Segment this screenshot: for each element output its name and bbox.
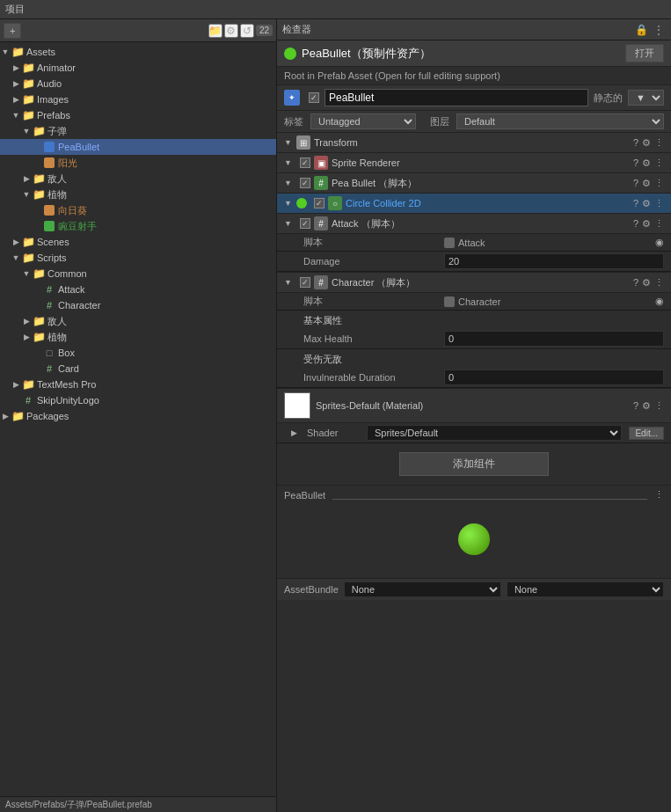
tree-item-skipunitylogo[interactable]: # SkipUnityLogo [0,392,276,408]
ab-dropdown-1[interactable]: None [344,582,501,597]
more-icon[interactable]: ⋮ [654,400,664,412]
more-icon[interactable]: ⋮ [654,157,664,169]
tree-item-zhiwu[interactable]: ▼ 📁 植物 [0,187,276,202]
inv-duration-field[interactable] [444,369,664,385]
comp-name: Transform [314,137,630,148]
more-icon[interactable]: ⋮ [654,137,664,149]
comp-checkbox[interactable] [300,157,310,168]
comp-checkbox[interactable] [300,218,310,229]
component-character[interactable]: ▼ # Character （脚本） ? ⚙ ⋮ [277,273,671,293]
tree-item-wandoushou[interactable]: 豌豆射手 [0,218,276,234]
tree-item-direns[interactable]: ▶ 📁 敌人 [0,171,276,187]
tree-item-prefabs[interactable]: ▼ 📁 Prefabs [0,107,276,123]
max-health-field[interactable] [444,331,664,347]
tree-item-audio[interactable]: ▶ 📁 Audio [0,76,276,91]
help-icon[interactable]: ? [633,400,638,412]
comp-arrow: ▶ [291,428,300,437]
settings-icon[interactable]: ⚙ [642,277,651,289]
folder-icon: 📁 [32,124,46,138]
script-icon: # [42,298,56,312]
lock-icon[interactable]: 🔒 [634,23,648,37]
more-icon[interactable]: ⋮ [654,218,664,230]
tree-label: SkipUnityLogo [37,395,99,406]
folder-icon[interactable]: 📁 [208,24,222,38]
active-checkbox[interactable] [309,92,319,103]
tree-arrow: ▶ [21,174,32,183]
component-transform[interactable]: ▼ ⊞ Transform ? ⚙ ⋮ [277,133,671,153]
tree-item-zidan[interactable]: ▼ 📁 子弹 [0,123,276,139]
select-ref-button[interactable]: ◉ [655,237,664,248]
shader-dropdown[interactable]: Sprites/Default [367,425,622,441]
tree-item-common[interactable]: ▼ 📁 Common [0,266,276,282]
tree-item-xiangrikui[interactable]: 向日葵 [0,202,276,218]
tree-item-animator[interactable]: ▶ 📁 Animator [0,60,276,76]
settings-icon[interactable]: ⚙ [642,137,651,149]
tree-item-yangguang[interactable]: 阳光 [0,155,276,171]
component-attack[interactable]: ▼ # Attack （脚本） ? ⚙ ⋮ [277,214,671,234]
component-sprite-renderer[interactable]: ▼ ▣ Sprite Renderer ? ⚙ ⋮ [277,153,671,173]
go-name-row: ✦ 静态的 ▼ [277,85,671,111]
more-icon[interactable]: ⋮ [652,23,666,37]
help-icon[interactable]: ? [633,157,638,168]
add-component-button[interactable]: 添加组件 [399,452,549,476]
comp-checkbox[interactable] [314,198,325,208]
asset-bundle-row: AssetBundle None None [277,578,671,600]
help-icon[interactable]: ? [633,178,638,188]
more-icon[interactable]: ⋮ [654,277,664,289]
comp-name: Character （脚本） [332,276,630,289]
add-component-section: 添加组件 [277,443,671,485]
help-icon[interactable]: ? [633,198,638,208]
inspector-content: ✦ 静态的 ▼ 标签 Untagged 图层 Default [277,85,671,812]
shader-edit-button[interactable]: Edit... [629,427,664,440]
tree-item-packages[interactable]: ▶ 📁 Packages [0,408,276,424]
tree-item-scripts[interactable]: ▼ 📁 Scripts [0,250,276,266]
folder-icon: 📁 [32,267,46,281]
go-icon: ✦ [284,90,300,106]
preview-more-icon[interactable]: ⋮ [654,489,664,501]
tree-item-scenes[interactable]: ▶ 📁 Scenes [0,234,276,250]
script-label: 脚本 [303,236,444,249]
comp-name: Sprite Renderer [332,157,630,168]
damage-field[interactable] [444,253,664,269]
comp-icons-right: ? ⚙ ⋮ [633,157,664,169]
tree-item-card[interactable]: # Card [0,361,276,377]
component-pea-bullet[interactable]: ▼ # Pea Bullet （脚本） ? ⚙ ⋮ [277,173,671,194]
help-icon[interactable]: ? [633,277,638,288]
more-icon[interactable]: ⋮ [654,178,664,189]
open-button[interactable]: 打开 [625,44,664,62]
component-circle-collider[interactable]: ▼ ○ Circle Collider 2D ? ⚙ ⋮ [277,194,671,214]
tree-item-zhiwu2[interactable]: ▶ 📁 植物 [0,329,276,345]
select-ref-button[interactable]: ◉ [655,296,664,307]
more-icon[interactable]: ⋮ [654,198,664,209]
comp-checkbox[interactable] [300,277,310,288]
tree-item-assets[interactable]: ▼ 📁 Assets [0,44,276,60]
tree-item-textmeshpro[interactable]: ▶ 📁 TextMesh Pro [0,377,276,392]
tree-item-diren2[interactable]: ▶ 📁 敌人 [0,313,276,329]
preview-header: PeaBullet ⋮ [284,489,664,501]
settings-icon[interactable]: ⚙ [224,24,238,38]
settings-icon[interactable]: ⚙ [642,198,651,209]
folder-icon: 📁 [21,108,35,122]
static-dropdown[interactable]: ▼ [628,90,664,106]
tree-item-attack[interactable]: # Attack [0,282,276,297]
go-name-field[interactable] [325,89,588,106]
refresh-icon[interactable]: ↺ [240,24,254,38]
tree-item-character[interactable]: # Character [0,297,276,313]
settings-icon[interactable]: ⚙ [642,218,651,230]
help-icon[interactable]: ? [633,137,638,148]
settings-icon[interactable]: ⚙ [642,178,651,189]
tree-arrow: ▼ [21,127,32,135]
layer-dropdown[interactable]: Default [456,113,664,129]
comp-checkbox[interactable] [300,178,310,188]
ab-dropdown-2[interactable]: None [507,582,664,597]
add-button[interactable]: + [4,23,21,39]
circle-active-indicator [296,198,307,208]
attack-fields: 脚本 Attack ◉ Damage [277,234,671,273]
settings-icon[interactable]: ⚙ [642,400,651,412]
settings-icon[interactable]: ⚙ [642,157,651,169]
tree-item-images[interactable]: ▶ 📁 Images [0,91,276,107]
tree-item-peabullet[interactable]: PeaBullet [0,139,276,155]
help-icon[interactable]: ? [633,218,638,229]
tag-dropdown[interactable]: Untagged [310,113,416,129]
tree-item-box[interactable]: □ Box [0,345,276,361]
